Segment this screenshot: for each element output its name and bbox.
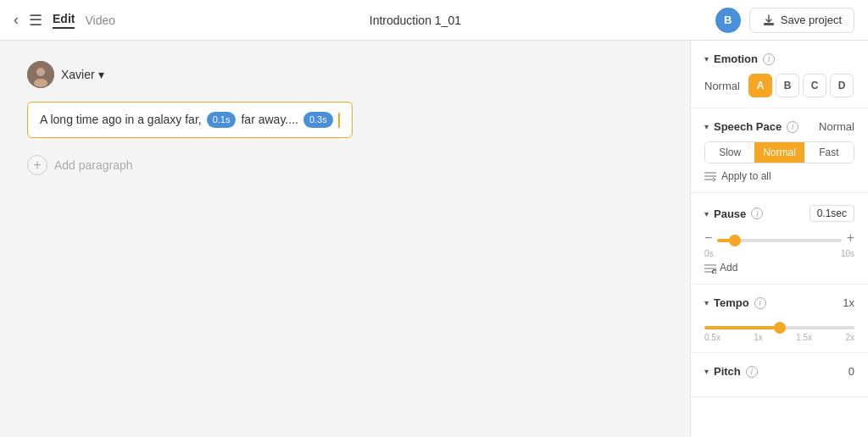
user-row: Xavier ▾ <box>27 61 663 88</box>
tempo-label-3: 2x <box>845 333 854 342</box>
pitch-header: ▾ Pitch i 0 <box>704 365 854 378</box>
svg-point-2 <box>36 68 45 76</box>
nav-video[interactable]: Video <box>85 14 115 27</box>
pause-max-label: 10s <box>841 249 854 258</box>
pause-slider-labels: 0s 10s <box>704 249 854 258</box>
speech-pace-title-row: ▾ Speech Pace i <box>704 120 798 133</box>
topbar-title: Introduction 1_01 <box>125 14 705 27</box>
tempo-header: ▾ Tempo i 1x <box>704 296 854 309</box>
pace-btn-fast[interactable]: Fast <box>804 142 854 163</box>
pause-header: ▾ Pause i 0.1sec <box>704 205 854 222</box>
tempo-slider-wrapper <box>704 318 854 333</box>
user-avatar-bubble <box>27 61 54 88</box>
topbar-left: ‹ ☰ Edit Video <box>14 11 115 30</box>
user-avatar: B <box>715 8 741 33</box>
pitch-collapse-icon[interactable]: ▾ <box>704 367 709 376</box>
emotion-info-icon[interactable]: i <box>763 53 775 65</box>
add-label: Add <box>720 262 737 274</box>
pause-plus-icon[interactable]: + <box>847 230 854 246</box>
speech-pace-section: ▾ Speech Pace i Normal Slow Normal Fast … <box>691 108 868 193</box>
text-block[interactable]: A long time ago in a galaxy far, 0.1s fa… <box>27 102 353 138</box>
emotion-section: ▾ Emotion i Normal A B C D <box>691 41 868 108</box>
pause-collapse-icon[interactable]: ▾ <box>704 209 709 218</box>
editor-area: Xavier ▾ A long time ago in a galaxy far… <box>0 41 690 437</box>
emotion-row: Normal A B C D <box>704 74 854 97</box>
text-cursor <box>338 113 340 128</box>
tempo-label-0: 0.5x <box>704 333 721 342</box>
tempo-section: ▾ Tempo i 1x 0.5x 1x 1.5x 2x <box>691 285 868 353</box>
topbar-right: B Save project <box>715 8 854 33</box>
emotion-btn-d[interactable]: D <box>830 74 854 97</box>
svg-rect-0 <box>764 23 774 25</box>
pause-info-icon[interactable]: i <box>751 207 763 219</box>
speech-pace-collapse-icon[interactable]: ▾ <box>704 122 709 131</box>
pause-badge-2[interactable]: 0.3s <box>303 112 333 128</box>
pause-value: 0.1sec <box>810 205 854 222</box>
pause-minus-icon[interactable]: − <box>704 230 712 246</box>
emotion-buttons: A B C D <box>748 74 854 97</box>
emotion-btn-c[interactable]: C <box>803 74 826 97</box>
speech-pace-header: ▾ Speech Pace i Normal <box>704 120 854 133</box>
add-paragraph-row[interactable]: + Add paragraph <box>27 155 663 175</box>
topbar: ‹ ☰ Edit Video Introduction 1_01 B Save … <box>0 0 868 41</box>
add-button[interactable]: Add <box>704 262 854 274</box>
add-paragraph-icon: + <box>27 155 47 175</box>
apply-all-row[interactable]: Apply to all <box>704 170 854 182</box>
hamburger-icon[interactable]: ☰ <box>29 11 42 30</box>
text-word-2: far away.... <box>241 111 298 129</box>
tempo-slider[interactable] <box>704 326 854 329</box>
pitch-title: Pitch <box>714 365 741 378</box>
pause-badge-1[interactable]: 0.1s <box>207 112 236 128</box>
tempo-value: 1x <box>843 296 854 309</box>
add-paragraph-label: Add paragraph <box>54 158 133 172</box>
speech-pace-info-icon[interactable]: i <box>787 121 798 133</box>
nav-edit[interactable]: Edit <box>53 12 75 29</box>
emotion-value-label: Normal <box>704 80 742 92</box>
speech-pace-value: Normal <box>819 120 854 133</box>
pitch-value: 0 <box>849 365 854 378</box>
pause-slider[interactable] <box>717 239 841 242</box>
pause-slider-row: − + <box>704 230 854 246</box>
main-layout: Xavier ▾ A long time ago in a galaxy far… <box>0 41 868 437</box>
speech-pace-title: Speech Pace <box>714 120 782 133</box>
save-project-button[interactable]: Save project <box>749 8 854 33</box>
tempo-slider-labels: 0.5x 1x 1.5x 2x <box>704 333 854 342</box>
svg-point-3 <box>34 79 47 87</box>
text-word-1: A long time ago in a galaxy far, <box>40 111 202 129</box>
tempo-title: Tempo <box>714 296 749 309</box>
add-icon <box>704 262 716 274</box>
tempo-label-1: 1x <box>754 333 763 342</box>
emotion-title-row: ▾ Emotion i <box>704 53 775 65</box>
emotion-btn-b[interactable]: B <box>776 74 799 97</box>
tempo-label-2: 1.5x <box>796 333 812 342</box>
tempo-info-icon[interactable]: i <box>754 297 766 309</box>
right-panel: ▾ Emotion i Normal A B C D ▾ Spe <box>690 41 868 437</box>
emotion-title: Emotion <box>714 53 758 65</box>
pause-title-row: ▾ Pause i <box>704 207 763 220</box>
user-name[interactable]: Xavier ▾ <box>61 68 104 81</box>
pitch-info-icon[interactable]: i <box>746 366 758 378</box>
emotion-btn-a[interactable]: A <box>748 74 772 97</box>
apply-all-label: Apply to all <box>721 170 771 182</box>
pace-buttons: Slow Normal Fast <box>704 141 854 163</box>
tempo-title-row: ▾ Tempo i <box>704 296 766 309</box>
pause-section: ▾ Pause i 0.1sec − + 0s 10s <box>691 193 868 285</box>
pause-min-label: 0s <box>704 249 714 258</box>
emotion-collapse-icon[interactable]: ▾ <box>704 54 709 64</box>
save-icon <box>762 14 776 27</box>
pause-title: Pause <box>714 207 746 220</box>
apply-all-icon <box>704 170 716 182</box>
pace-btn-normal[interactable]: Normal <box>754 142 804 163</box>
pitch-title-row: ▾ Pitch i <box>704 365 758 378</box>
tempo-collapse-icon[interactable]: ▾ <box>704 298 709 307</box>
pitch-section: ▾ Pitch i 0 <box>691 353 868 397</box>
pace-btn-slow[interactable]: Slow <box>705 142 754 163</box>
pause-slider-wrapper <box>717 230 841 246</box>
back-icon[interactable]: ‹ <box>14 11 19 29</box>
emotion-header: ▾ Emotion i <box>704 53 854 65</box>
